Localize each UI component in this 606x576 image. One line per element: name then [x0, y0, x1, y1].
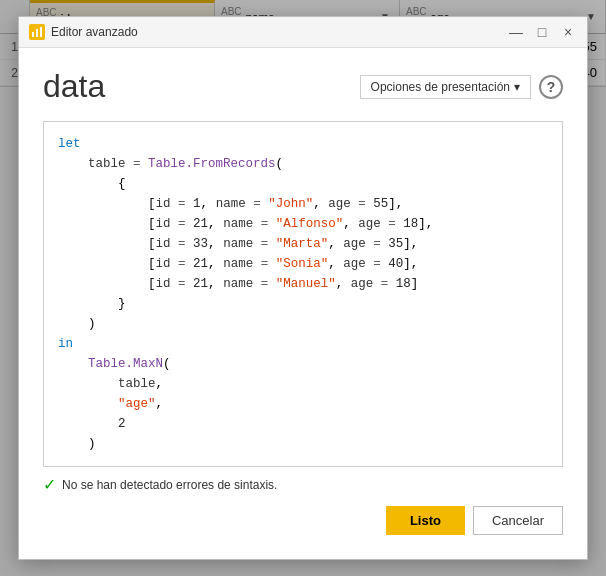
code-line-7: [id = 21, name = "Sonia", age = 40], — [58, 254, 548, 274]
code-line-13: table, — [58, 374, 548, 394]
modal-icon — [29, 24, 45, 40]
status-bar: ✓ No se han detectado errores de sintaxi… — [43, 467, 563, 506]
modal-overlay: Editor avanzado — □ × data Opciones de p… — [0, 0, 606, 576]
modal-content-header: data Opciones de presentación ▾ ? — [43, 68, 563, 105]
code-line-1: let — [58, 134, 548, 154]
minimize-btn[interactable]: — — [507, 23, 525, 41]
code-line-10: ) — [58, 314, 548, 334]
code-line-15: 2 — [58, 414, 548, 434]
code-line-5: [id = 21, name = "Alfonso", age = 18], — [58, 214, 548, 234]
modal-body: data Opciones de presentación ▾ ? let ta… — [19, 48, 587, 559]
svg-rect-0 — [32, 32, 34, 37]
code-line-6: [id = 33, name = "Marta", age = 35], — [58, 234, 548, 254]
code-line-3: { — [58, 174, 548, 194]
code-line-14: "age", — [58, 394, 548, 414]
help-button[interactable]: ? — [539, 75, 563, 99]
code-line-8: [id = 21, name = "Manuel", age = 18] — [58, 274, 548, 294]
cancelar-button[interactable]: Cancelar — [473, 506, 563, 535]
svg-rect-2 — [40, 27, 42, 37]
presentation-options-btn[interactable]: Opciones de presentación ▾ — [360, 75, 531, 99]
code-line-16: ) — [58, 434, 548, 454]
svg-rect-1 — [36, 29, 38, 37]
modal-title: Editor avanzado — [51, 25, 507, 39]
status-text: No se han detectado errores de sintaxis. — [62, 478, 277, 492]
status-check-icon: ✓ — [43, 475, 56, 494]
query-name-title: data — [43, 68, 360, 105]
code-line-4: [id = 1, name = "John", age = 55], — [58, 194, 548, 214]
window-controls: — □ × — [507, 23, 577, 41]
presentation-btn-label: Opciones de presentación — [371, 80, 510, 94]
maximize-btn[interactable]: □ — [533, 23, 551, 41]
advanced-editor-modal: Editor avanzado — □ × data Opciones de p… — [18, 16, 588, 560]
listo-button[interactable]: Listo — [386, 506, 465, 535]
code-editor[interactable]: let table = Table.FromRecords( { [id = 1… — [43, 121, 563, 467]
code-line-11: in — [58, 334, 548, 354]
code-line-12: Table.MaxN( — [58, 354, 548, 374]
code-line-9: } — [58, 294, 548, 314]
code-line-2: table = Table.FromRecords( — [58, 154, 548, 174]
modal-footer: Listo Cancelar — [43, 506, 563, 543]
presentation-dropdown-icon: ▾ — [514, 80, 520, 94]
close-btn[interactable]: × — [559, 23, 577, 41]
modal-titlebar: Editor avanzado — □ × — [19, 17, 587, 48]
